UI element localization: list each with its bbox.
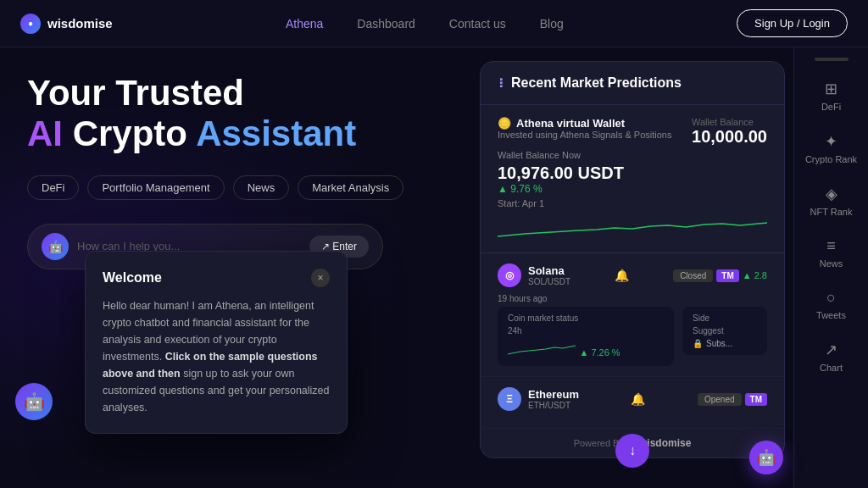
predictions-header: ⫶ Recent Market Predictions: [481, 62, 784, 105]
sidebar-top-bar: [815, 58, 849, 61]
solana-market-change: ▲ 7.26 %: [579, 347, 620, 358]
nav-athena[interactable]: Athena: [286, 17, 323, 30]
period-label: 24h: [508, 326, 664, 336]
solana-name: Solana: [528, 264, 570, 277]
predictions-title: Recent Market Predictions: [511, 75, 682, 91]
solana-status: Closed: [673, 269, 713, 282]
tag-news[interactable]: News: [233, 175, 290, 200]
wallet-balance-label: Wallet Balance Now: [498, 150, 767, 160]
right-sidebar: ⊞ DeFi ✦ Crypto Rank ◈ NFT Rank ≡ News ○…: [793, 47, 868, 488]
sidebar-label-news: News: [820, 258, 843, 269]
bottom-chat-button[interactable]: 🤖: [749, 441, 783, 474]
news-icon: ≡: [826, 237, 836, 255]
chart-icon: ↗: [825, 341, 837, 359]
wallet-amount: 10,976.00 USDT: [498, 164, 624, 182]
left-chat-avatar[interactable]: 🤖: [15, 383, 53, 420]
solana-side-box: Side Suggest 🔒 Subs...: [682, 307, 767, 355]
logo-text: wisdomise: [47, 16, 113, 30]
solana-time: 19 hours ago: [498, 294, 767, 303]
signup-button[interactable]: Sign Up / Login: [737, 9, 848, 37]
solana-market-box: Coin market status 24h ▲ 7.26 %: [498, 307, 674, 366]
solana-pair: SOL/USDT: [528, 277, 570, 286]
hero-section: Your Trusted AI Crypto Assistant DeFi Po…: [0, 47, 471, 488]
wallet-start: Start: Apr 1: [498, 198, 544, 208]
bell-icon: 🔔: [615, 269, 629, 282]
logo-icon: ●: [20, 14, 41, 34]
wallet-section: 🪙 Athena virtual Wallet Invested using A…: [481, 105, 784, 253]
solana-avatar: ◎: [498, 263, 521, 287]
sidebar-label-defi: DeFi: [821, 102, 841, 112]
wallet-change: ▲ 9.76 %: [498, 183, 624, 195]
coin-row-ethereum: Ξ Ethereum ETH/USDT 🔔 Opened TM: [481, 377, 784, 429]
sidebar-item-defi[interactable]: ⊞ DeFi: [794, 71, 868, 120]
wallet-right-amount: 10,000.00: [692, 127, 767, 147]
welcome-header: Welcome ×: [103, 269, 330, 287]
sidebar-item-news[interactable]: ≡ News: [794, 229, 868, 277]
crypto-rank-icon: ✦: [825, 132, 837, 151]
main-content: Your Trusted AI Crypto Assistant DeFi Po…: [0, 47, 868, 488]
predictions-card: ⫶ Recent Market Predictions 🪙 Athena vir…: [480, 61, 785, 458]
nav-blog[interactable]: Blog: [540, 17, 564, 30]
wallet-label-right: Wallet Balance: [692, 117, 767, 127]
navbar: ● wisdomise Athena Dashboard Contact us …: [0, 0, 868, 47]
solana-tm: TM: [716, 269, 738, 282]
eth-pair: ETH/USDT: [528, 401, 579, 410]
solana-change: ▲ 2.8: [743, 270, 767, 280]
tweets-icon: ○: [826, 289, 836, 307]
welcome-title: Welcome: [103, 270, 162, 286]
eth-status: Opened: [698, 393, 742, 406]
coin-row-solana: ◎ Solana SOL/USDT 🔔 Closed TM ▲ 2.8 19 h…: [481, 253, 784, 377]
tag-row: DeFi Portfolio Management News Market An…: [27, 175, 444, 200]
nav-dashboard[interactable]: Dashboard: [357, 17, 415, 30]
nav-links: Athena Dashboard Contact us Blog: [286, 17, 564, 30]
nav-contact[interactable]: Contact us: [449, 17, 506, 30]
wallet-subtitle: Invested using Athena Signals & Position…: [498, 130, 671, 140]
sidebar-label-crypto: Crypto Rank: [805, 154, 857, 164]
defi-icon: ⊞: [825, 80, 837, 98]
suggest-value: 🔒 Subs...: [693, 339, 757, 348]
hero-title: Your Trusted AI Crypto Assistant: [27, 73, 444, 155]
tag-defi[interactable]: DeFi: [27, 175, 79, 200]
tag-market[interactable]: Market Analysis: [298, 175, 403, 200]
eth-name: Ethereum: [528, 388, 579, 401]
eth-tm: TM: [745, 393, 767, 406]
sidebar-item-chart[interactable]: ↗ Chart: [794, 332, 868, 381]
sidebar-item-nft-rank[interactable]: ◈ NFT Rank: [794, 176, 868, 225]
close-button[interactable]: ×: [311, 269, 330, 287]
tag-portfolio[interactable]: Portfolio Management: [87, 175, 224, 200]
wallet-sparkline: [498, 215, 767, 241]
eth-avatar: Ξ: [498, 387, 521, 411]
sidebar-label-tweets: Tweets: [816, 310, 846, 320]
chat-avatar: 🤖: [42, 233, 69, 260]
sidebar-item-crypto-rank[interactable]: ✦ Crypto Rank: [794, 124, 868, 173]
wallet-name: 🪙 Athena virtual Wallet: [498, 117, 671, 130]
sidebar-label-chart: Chart: [820, 363, 843, 373]
sidebar-label-nft: NFT Rank: [810, 207, 853, 217]
nft-rank-icon: ◈: [826, 185, 837, 203]
logo[interactable]: ● wisdomise: [20, 14, 113, 34]
eth-bell-icon: 🔔: [631, 392, 645, 406]
scroll-down-button[interactable]: ↓: [615, 434, 649, 468]
welcome-popup: Welcome × Hello dear human! I am Athena,…: [85, 251, 348, 434]
predictions-icon: ⫶: [498, 75, 504, 91]
sidebar-item-tweets[interactable]: ○ Tweets: [794, 280, 868, 329]
welcome-body: Hello dear human! I am Athena, an intell…: [103, 297, 330, 416]
center-panel: ⫶ Recent Market Predictions 🪙 Athena vir…: [471, 47, 793, 488]
